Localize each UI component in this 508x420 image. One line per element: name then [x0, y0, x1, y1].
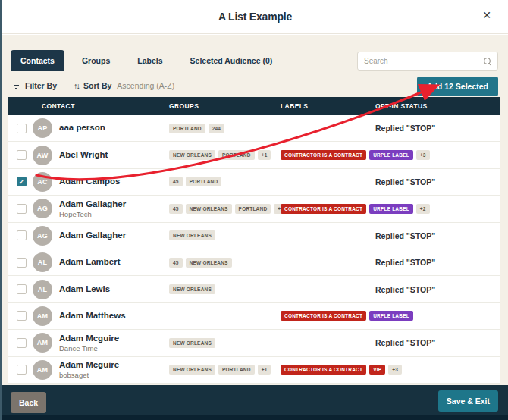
- row-checkbox[interactable]: [17, 311, 27, 321]
- group-tag: New Orleans: [169, 230, 215, 240]
- modal-header: A List Example ✕: [2, 0, 508, 34]
- avatar: AG: [33, 226, 52, 246]
- modal-title: A List Example: [218, 11, 292, 23]
- filter-sort-bar: Filter By ↑↓ Sort By Ascending (A-Z): [12, 78, 174, 93]
- label-tag: +3: [416, 150, 430, 160]
- avatar: AG: [33, 199, 52, 218]
- labels-cell: Contractor is a ContractUrple Label: [279, 311, 374, 321]
- contact-name: Adam Gallagher: [59, 199, 126, 210]
- add-selected-button[interactable]: Add 12 Selected: [417, 77, 498, 96]
- table-row[interactable]: AM Adam Matthews Contractor is a Contrac…: [8, 303, 500, 330]
- contact-cell: AM Adam Mcguire Dance Time: [8, 333, 168, 353]
- row-checkbox[interactable]: [17, 284, 27, 294]
- table-body: AP aaa person Portland244 Replied "STOP"…: [8, 115, 500, 384]
- contact-name: Abel Wright: [59, 150, 108, 161]
- contact-cell: AM Adam Matthews: [8, 306, 168, 326]
- group-tag: 244: [209, 124, 224, 133]
- groups-cell: 45Portland: [168, 177, 279, 186]
- sort-by-control[interactable]: ↑↓ Sort By Ascending (A-Z): [57, 81, 174, 90]
- group-tag: Portland: [218, 365, 255, 375]
- label-tag: Contractor is a Contract: [281, 150, 366, 160]
- row-checkbox[interactable]: [17, 150, 27, 160]
- search-input[interactable]: [364, 57, 484, 65]
- table-row[interactable]: AG Adam Gallagher New Orleans Replied "S…: [8, 223, 500, 249]
- sort-icon: ↑↓: [74, 81, 79, 90]
- optin-status: Replied "STOP": [374, 285, 500, 294]
- group-tag: New Orleans: [186, 204, 232, 214]
- label-tag: +2: [416, 204, 430, 214]
- groups-cell: Portland244: [168, 124, 279, 133]
- label-tag: Urple Label: [369, 311, 413, 321]
- filter-by-label: Filter By: [25, 81, 57, 90]
- row-checkbox[interactable]: [17, 230, 27, 240]
- table-row[interactable]: AW Abel Wright New OrleansPortland+1 Con…: [8, 142, 500, 168]
- row-checkbox[interactable]: ✓: [17, 177, 27, 186]
- table-row[interactable]: AG Adam Gallagher HopeTech 45New Orleans…: [8, 196, 500, 222]
- contact-subtitle: HopeTech: [59, 210, 126, 218]
- contact-name: aaa person: [59, 123, 105, 133]
- label-tag: Contractor is a Contract: [281, 204, 366, 214]
- save-exit-button[interactable]: Save & Exit: [438, 390, 498, 412]
- contact-cell: ✓ AC Adam Campos: [8, 172, 168, 192]
- groups-cell: New OrleansPortland+1: [168, 150, 279, 160]
- contact-name: Adam Gallagher: [59, 230, 126, 241]
- contact-cell: AL Adam Lambert: [8, 252, 168, 272]
- groups-cell: New Orleans: [168, 284, 279, 294]
- table-row[interactable]: AM Adam Mcguire bobsaget New OrleansPort…: [8, 357, 500, 384]
- close-icon[interactable]: ✕: [482, 10, 491, 20]
- table-row[interactable]: AP aaa person Portland244 Replied "STOP": [8, 115, 500, 142]
- tab-groups[interactable]: Groups: [72, 50, 120, 71]
- contact-subtitle: bobsaget: [59, 371, 119, 379]
- avatar: AL: [33, 252, 52, 272]
- avatar: AM: [33, 360, 52, 380]
- row-checkbox[interactable]: [17, 258, 27, 268]
- group-tag: 45: [169, 177, 183, 186]
- filter-by-control[interactable]: Filter By: [12, 81, 57, 90]
- optin-status: Replied "STOP": [374, 231, 500, 240]
- modal-footer: Back Save & Exit: [2, 385, 508, 420]
- contact-name: Adam Matthews: [59, 311, 126, 321]
- group-tag: New Orleans: [169, 365, 215, 375]
- column-contact: Contact: [8, 102, 168, 110]
- tab-labels[interactable]: Labels: [127, 50, 172, 71]
- tab-selected-audience[interactable]: Selected Audience (0): [180, 50, 283, 71]
- row-checkbox[interactable]: [17, 365, 27, 375]
- label-tag: Contractor is a Contract: [281, 311, 366, 321]
- row-checkbox[interactable]: [17, 124, 27, 133]
- labels-cell: Contractor is a ContractUrple Label+2: [279, 204, 374, 214]
- groups-cell: New Orleans: [168, 230, 279, 240]
- tab-bar: Contacts Groups Labels Selected Audience…: [11, 50, 282, 71]
- search-icon: [484, 58, 491, 65]
- row-checkbox[interactable]: [17, 338, 27, 348]
- contact-cell: AM Adam Mcguire bobsaget: [8, 360, 168, 380]
- contact-name: Adam Campos: [59, 177, 121, 187]
- avatar: AP: [33, 118, 52, 138]
- label-tag: VIP: [369, 365, 385, 375]
- contact-cell: AP aaa person: [8, 118, 168, 138]
- table-row[interactable]: AL Adam Lambert 45New Orleans Replied "S…: [8, 249, 500, 276]
- contact-name: Adam Lambert: [59, 257, 121, 268]
- groups-cell: New OrleansPortland+1: [168, 365, 279, 375]
- back-button[interactable]: Back: [11, 392, 46, 413]
- table-row[interactable]: ✓ AC Adam Campos 45Portland Replied "STO…: [8, 169, 500, 196]
- table-row[interactable]: AM Adam Mcguire Dance Time New Orleans R…: [8, 330, 500, 356]
- tab-contacts[interactable]: Contacts: [11, 50, 64, 71]
- optin-status: Replied "STOP": [374, 177, 500, 186]
- table-row[interactable]: AL Adam Lewis New Orleans Replied "STOP": [8, 276, 500, 302]
- search-box[interactable]: [357, 52, 498, 71]
- sort-value[interactable]: Ascending (A-Z): [117, 81, 174, 90]
- column-groups: Groups: [168, 102, 279, 110]
- filter-icon: [12, 83, 20, 89]
- row-checkbox[interactable]: [17, 204, 27, 214]
- contact-name: Adam Lewis: [59, 284, 110, 295]
- contact-name: Adam Mcguire: [59, 360, 119, 371]
- group-tag: 45: [169, 258, 183, 268]
- optin-status: Replied "STOP": [374, 258, 500, 267]
- label-tag: Urple Label: [369, 150, 413, 160]
- contact-name: Adam Mcguire: [59, 334, 119, 344]
- sort-by-label: Sort By: [83, 81, 111, 90]
- group-tag: New Orleans: [169, 338, 215, 348]
- page-background-edge: [0, 0, 2, 420]
- groups-cell: 45New OrleansPortland+1: [168, 204, 279, 214]
- contact-cell: AG Adam Gallagher: [8, 226, 168, 246]
